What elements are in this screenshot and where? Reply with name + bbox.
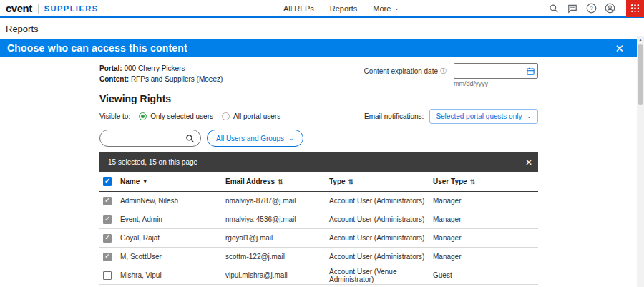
column-user-type[interactable]: User Type (433, 177, 467, 185)
row-checkbox[interactable] (103, 234, 112, 243)
page-title: Reports (6, 24, 39, 34)
cell-user-type: Manager (433, 234, 538, 242)
svg-text:?: ? (590, 5, 592, 11)
row-checkbox[interactable] (103, 271, 112, 280)
portal-label: Portal: (99, 64, 122, 72)
table-row[interactable]: AdminNew, Nilesh nmalviya-8787@j.mail Ac… (99, 192, 538, 210)
expiration-date-input[interactable] (454, 67, 523, 75)
calendar-icon[interactable] (523, 64, 537, 78)
apps-grid-icon[interactable] (626, 0, 644, 17)
radio-label: Only selected users (150, 112, 213, 120)
cell-name: M, ScottUser (120, 253, 225, 261)
sort-desc-icon[interactable]: ▼ (142, 179, 147, 184)
cell-user-type: Manager (433, 197, 538, 205)
cell-email: nmalviya-8787@j.mail (225, 197, 329, 205)
nav-more-label: More (373, 4, 391, 13)
users-groups-dropdown[interactable]: All Users and Groups ⌄ (207, 130, 303, 147)
content-label: Content: (99, 75, 129, 83)
table-row[interactable]: Event, Admin nmalviya-4536@j.mail Accoun… (99, 210, 538, 229)
date-format-helper: mm/dd/yyyy (454, 80, 538, 87)
nav-all-rfps-label: All RFPs (283, 4, 314, 13)
scroll-up-icon[interactable]: ▲ (637, 36, 644, 43)
page-scrollbar[interactable]: ▲ (637, 36, 644, 287)
app-window: cvent SUPPLIERS All RFPs Reports More⌄ ? (0, 0, 644, 287)
cell-type: Account User (Administrators) (329, 197, 433, 205)
table-row[interactable]: M, ScottUser scottm-122@j.mail Account U… (99, 248, 538, 266)
cell-type: Account User (Administrators) (329, 215, 433, 223)
chevron-down-icon: ⌄ (288, 135, 294, 142)
content-line: Content: RFPs and Suppliers (Moeez) (99, 74, 223, 84)
close-icon[interactable]: ✕ (519, 152, 538, 172)
info-icon[interactable]: ⓘ (440, 67, 447, 76)
cell-user-type: Manager (433, 253, 538, 261)
radio-only-selected-users[interactable]: Only selected users (139, 112, 213, 120)
banner-title: Choose who can access this content (7, 42, 187, 54)
close-icon[interactable]: ✕ (615, 43, 624, 54)
feedback-icon[interactable] (566, 2, 579, 15)
chevron-down-icon: ⌄ (526, 113, 532, 120)
portal-line: Portal: 000 Cherry Pickers (99, 63, 223, 74)
row-checkbox[interactable] (103, 253, 112, 261)
radio-label: All portal users (233, 112, 280, 120)
page-title-row: Reports (0, 18, 644, 39)
email-notifications-dropdown[interactable]: Selected portal guests only ⌄ (429, 109, 538, 124)
table-row[interactable]: Mishra, Vipul vipul.mishra@j.mail Accoun… (99, 266, 538, 285)
sort-icon[interactable]: ⇅ (278, 178, 283, 185)
cell-type: Account User (Venue Administrator) (329, 268, 433, 283)
column-email[interactable]: Email Address (225, 177, 275, 185)
radio-all-portal-users[interactable]: All portal users (222, 112, 280, 120)
email-notifications-value: Selected portal guests only (436, 112, 522, 120)
details-row: Portal: 000 Cherry Pickers Content: RFPs… (99, 63, 538, 87)
column-name[interactable]: Name (120, 177, 140, 185)
search-icon[interactable] (185, 134, 195, 143)
column-type[interactable]: Type (329, 177, 346, 185)
table-header: Name ▼ Email Address ⇅ Type ⇅ User Type … (99, 172, 538, 192)
user-search-input[interactable] (107, 135, 185, 142)
top-icon-group: ? (547, 0, 644, 17)
visible-to-label: Visible to: (99, 112, 130, 120)
sort-icon[interactable]: ⇅ (470, 178, 476, 185)
nav-more[interactable]: More⌄ (373, 4, 399, 13)
cell-name: Event, Admin (120, 215, 225, 223)
radio-icon (222, 112, 230, 120)
radio-icon (139, 112, 147, 120)
viewing-rights-title: Viewing Rights (99, 93, 538, 104)
visible-to-row: Visible to: Only selected users All port… (99, 109, 538, 124)
account-icon[interactable] (603, 2, 616, 15)
filter-row: All Users and Groups ⌄ (99, 130, 538, 147)
row-checkbox[interactable] (103, 197, 112, 205)
cvent-logo[interactable]: cvent (6, 2, 32, 14)
nav-all-rfps[interactable]: All RFPs (283, 4, 314, 13)
cell-type: Account User (Administrators) (329, 253, 433, 261)
content-value: RFPs and Suppliers (Moeez) (131, 75, 223, 83)
access-banner: Choose who can access this content ✕ (0, 39, 644, 57)
table-row[interactable]: Goyal, Rajat rgoyal1@j.mail Account User… (99, 229, 538, 248)
suppliers-brand: SUPPLIERS (44, 4, 99, 13)
portal-content-block: Portal: 000 Cherry Pickers Content: RFPs… (99, 63, 223, 84)
logo-group: cvent SUPPLIERS (0, 2, 99, 14)
email-notifications-label: Email notifications: (364, 112, 424, 120)
cell-user-type: Manager (433, 215, 538, 223)
cell-user-type: Guest (433, 271, 538, 279)
cell-email: nmalviya-4536@j.mail (225, 215, 329, 223)
row-checkbox[interactable] (103, 215, 112, 224)
date-input-box (454, 63, 538, 79)
chevron-down-icon: ⌄ (394, 5, 399, 11)
scrollbar-thumb[interactable] (638, 44, 643, 105)
cell-name: Mishra, Vipul (120, 271, 225, 279)
selection-count-text: 15 selected, 15 on this page (99, 158, 197, 166)
email-notifications-group: Email notifications: Selected portal gue… (364, 109, 538, 124)
users-table: Name ▼ Email Address ⇅ Type ⇅ User Type … (99, 172, 538, 287)
top-bar: cvent SUPPLIERS All RFPs Reports More⌄ ? (0, 0, 644, 18)
users-groups-label: All Users and Groups (216, 135, 284, 142)
search-icon[interactable] (547, 2, 560, 15)
expiration-label: Content expiration date (364, 67, 438, 75)
nav-reports[interactable]: Reports (330, 4, 358, 13)
cell-type: Account User (Administrators) (329, 234, 433, 242)
select-all-checkbox[interactable] (103, 177, 112, 186)
date-field-wrap: mm/dd/yyyy (454, 63, 538, 87)
sort-icon[interactable]: ⇅ (348, 178, 354, 185)
portal-value: 000 Cherry Pickers (124, 64, 185, 72)
help-icon[interactable]: ? (585, 2, 597, 15)
expiration-label-row: Content expiration date ⓘ (364, 67, 447, 76)
